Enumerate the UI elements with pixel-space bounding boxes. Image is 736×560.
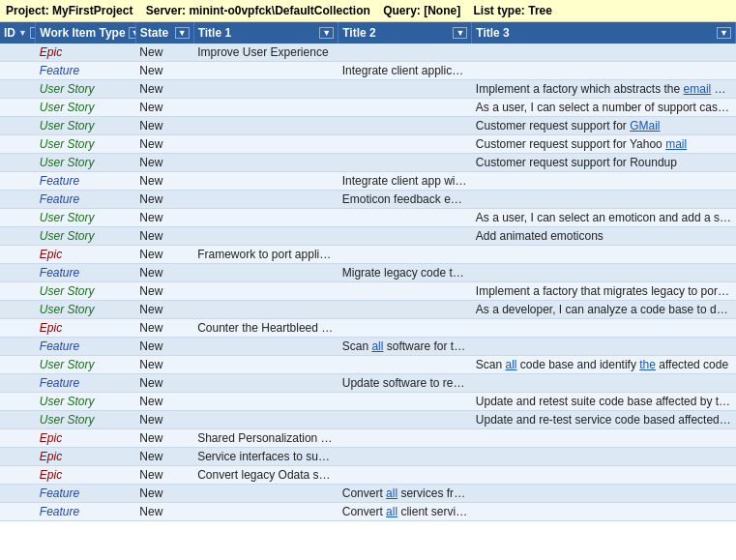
cell-title3: [472, 338, 736, 356]
link-word[interactable]: email: [684, 82, 712, 96]
col-header-id[interactable]: ID ▼ ▼: [0, 22, 36, 44]
cell-title3: As a developer, I can analyze a code bas…: [472, 301, 736, 319]
cell-title2: Convert all services from using experiem…: [339, 485, 472, 503]
cell-type: User Story: [36, 154, 136, 172]
col-title3-filter-icon[interactable]: ▼: [717, 27, 731, 39]
cell-title1: [193, 282, 339, 301]
cell-id: [0, 338, 36, 356]
cell-state: New: [135, 356, 193, 374]
cell-type: Feature: [36, 374, 136, 393]
table-row: EpicNewCounter the Heartbleed web securi…: [0, 319, 736, 338]
cell-title1: [193, 503, 339, 521]
server-name: minint-o0vpfck\DefaultCollection: [189, 4, 369, 17]
listtype-value: Tree: [528, 4, 552, 17]
cell-title3: [472, 62, 736, 80]
table-row: User StoryNewAs a user, I can select a n…: [0, 99, 736, 117]
cell-state: New: [135, 62, 193, 80]
cell-id: [0, 44, 36, 62]
table-row: User StoryNewCustomer request support fo…: [0, 117, 736, 135]
cell-state: New: [135, 264, 193, 282]
table-row: FeatureNewIntegrate client application w…: [0, 62, 736, 80]
cell-type: User Story: [36, 301, 136, 319]
col-state-filter-icon[interactable]: ▼: [175, 27, 190, 39]
project-name: MyFirstProject: [52, 4, 132, 17]
col-header-type[interactable]: Work Item Type ▼: [36, 22, 136, 44]
cell-title3: Scan all code base and identify the affe…: [472, 356, 736, 374]
cell-title1: Improve User Experience: [193, 44, 339, 62]
cell-title2: [339, 448, 472, 466]
cell-state: New: [135, 393, 193, 411]
cell-id: [0, 503, 36, 521]
cell-state: New: [135, 44, 193, 62]
table-row: User StoryNewAs a user, I can select an …: [0, 209, 736, 227]
col-header-state[interactable]: State ▼: [135, 22, 193, 44]
col-title2-filter-icon[interactable]: ▼: [453, 27, 467, 39]
cell-title3: [472, 466, 736, 485]
cell-title1: Shared Personalization and state: [193, 429, 339, 448]
cell-id: [0, 62, 36, 80]
cell-title1: Counter the Heartbleed web security bug: [193, 319, 339, 338]
cell-title2: [339, 246, 472, 264]
cell-title1: [193, 338, 339, 356]
cell-id: [0, 80, 36, 99]
table-row: User StoryNewImplement a factory that mi…: [0, 282, 736, 301]
col-header-title1[interactable]: Title 1 ▼: [193, 22, 339, 44]
link-word[interactable]: all: [371, 339, 383, 353]
table-header-row: ID ▼ ▼ Work Item Type ▼ State ▼ Ti: [0, 22, 736, 44]
link-word[interactable]: IM: [468, 174, 472, 188]
cell-title3: Update and re-test service code based af…: [472, 411, 736, 429]
link-word[interactable]: vulnerability: [735, 395, 736, 408]
col-type-filter-icon[interactable]: ▼: [129, 27, 136, 39]
cell-title1: [193, 154, 339, 172]
link-word[interactable]: mail: [665, 137, 687, 151]
table-row: FeatureNewIntegrate client app with IM c…: [0, 172, 736, 191]
table-row: FeatureNewConvert all client service cal…: [0, 503, 736, 521]
cell-id: [0, 466, 36, 485]
cell-title2: [339, 319, 472, 338]
table-row: FeatureNewEmoticon feedback enabled in c…: [0, 191, 736, 209]
link-word[interactable]: GMail: [630, 119, 660, 133]
table-row: User StoryNewScan all code base and iden…: [0, 356, 736, 374]
cell-id: [0, 172, 36, 191]
cell-title1: [193, 374, 339, 393]
col-title1-filter-icon[interactable]: ▼: [319, 27, 334, 39]
cell-title3: Customer request support for Roundup: [472, 154, 736, 172]
listtype-label: List type:: [474, 4, 525, 17]
link-word[interactable]: the: [639, 358, 656, 371]
cell-title2: [339, 209, 472, 227]
col-header-title3[interactable]: Title 3 ▼: [472, 22, 736, 44]
cell-id: [0, 191, 36, 209]
cell-title2: [339, 429, 472, 448]
link-word[interactable]: calls: [471, 505, 472, 518]
cell-type: User Story: [36, 80, 136, 99]
cell-title2: [339, 44, 472, 62]
cell-title1: [193, 191, 339, 209]
col-header-title2[interactable]: Title 2 ▼: [339, 22, 472, 44]
cell-state: New: [135, 80, 193, 99]
table-row: User StoryNewCustomer request support fo…: [0, 135, 736, 154]
cell-title3: Update and retest suite code base affect…: [472, 393, 736, 411]
cell-state: New: [135, 209, 193, 227]
link-word[interactable]: all: [505, 358, 516, 371]
link-word[interactable]: all: [386, 486, 397, 500]
cell-type: User Story: [36, 282, 136, 301]
table-row: User StoryNewAs a developer, I can analy…: [0, 301, 736, 319]
link-word[interactable]: all: [386, 505, 397, 518]
cell-title1: [193, 356, 339, 374]
cell-state: New: [135, 99, 193, 117]
cell-title3: [472, 374, 736, 393]
cell-title2: Update software to resolve the Open SLL …: [339, 374, 472, 393]
cell-id: [0, 282, 36, 301]
cell-title2: Scan all software for the Open SLL crypt…: [339, 338, 472, 356]
cell-title1: [193, 172, 339, 191]
cell-id: [0, 227, 36, 246]
cell-title3: Implement a factory which abstracts the …: [472, 80, 736, 99]
col-id-filter-icon[interactable]: ▼: [30, 27, 36, 39]
cell-id: [0, 117, 36, 135]
table-row: User StoryNewUpdate and re-test service …: [0, 411, 736, 429]
cell-state: New: [135, 154, 193, 172]
cell-title1: [193, 209, 339, 227]
top-bar: Project: MyFirstProject Server: minint-o…: [0, 0, 736, 22]
cell-state: New: [135, 191, 193, 209]
cell-state: New: [135, 503, 193, 521]
